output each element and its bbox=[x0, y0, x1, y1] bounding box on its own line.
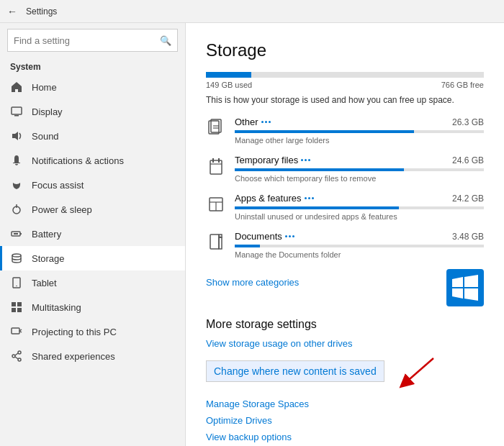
optimize-drives-link[interactable]: Optimize Drives bbox=[206, 415, 484, 426]
other-size: 26.3 GB bbox=[452, 117, 484, 127]
docs-desc: Manage the Documents folder bbox=[235, 250, 484, 259]
sidebar-item-shared[interactable]: Shared experiences bbox=[0, 344, 185, 368]
svg-rect-36 bbox=[219, 237, 222, 249]
multitasking-icon bbox=[10, 301, 23, 314]
search-input[interactable] bbox=[14, 35, 156, 46]
sidebar-item-storage[interactable]: Storage bbox=[0, 246, 185, 270]
change-content-link[interactable]: Change where new content is saved bbox=[206, 360, 384, 382]
sidebar-item-notifications[interactable]: Notifications & actions bbox=[0, 148, 185, 173]
title-bar: ← Settings bbox=[0, 0, 504, 23]
sidebar-item-focus[interactable]: Focus assist bbox=[0, 173, 185, 197]
sidebar-item-label: Display bbox=[32, 106, 63, 117]
sidebar-item-projecting[interactable]: Projecting to this PC bbox=[0, 319, 185, 344]
storage-icon bbox=[10, 252, 23, 265]
apps-desc: Uninstall unused or undesired apps & fea… bbox=[235, 212, 484, 221]
shared-icon bbox=[10, 350, 23, 363]
sidebar-item-label: Projecting to this PC bbox=[32, 327, 117, 337]
show-more-link[interactable]: Show more categories bbox=[206, 277, 299, 288]
page-title: Storage bbox=[206, 40, 484, 60]
storage-free-label: 766 GB free bbox=[441, 81, 484, 89]
sidebar-item-label: Home bbox=[32, 82, 57, 93]
svg-line-22 bbox=[15, 357, 18, 359]
svg-rect-0 bbox=[12, 107, 22, 114]
storage-item-docs[interactable]: Documents 3.48 GB Manage the Documents f… bbox=[206, 231, 484, 259]
sidebar-item-home[interactable]: Home bbox=[0, 75, 185, 99]
svg-line-21 bbox=[15, 353, 18, 355]
focus-icon bbox=[10, 178, 23, 191]
svg-rect-34 bbox=[210, 235, 219, 249]
storage-item-apps[interactable]: Apps & features 24.2 GB Uninstall unused… bbox=[206, 193, 484, 221]
tablet-icon bbox=[10, 276, 23, 289]
svg-point-20 bbox=[18, 358, 21, 361]
sidebar-item-label: Power & sleep bbox=[32, 204, 92, 215]
backup-link[interactable]: View backup options bbox=[206, 432, 484, 442]
svg-rect-1 bbox=[14, 115, 19, 117]
storage-item-apps-body: Apps & features 24.2 GB Uninstall unused… bbox=[235, 193, 484, 221]
sidebar-item-display[interactable]: Display bbox=[0, 99, 185, 124]
sidebar-item-label: Sound bbox=[32, 131, 59, 142]
temp-size: 24.6 GB bbox=[452, 155, 484, 165]
back-button[interactable]: ← bbox=[7, 6, 19, 17]
temp-icon bbox=[206, 156, 226, 176]
sidebar-item-label: Multitasking bbox=[32, 302, 81, 313]
apps-name: Apps & features bbox=[235, 193, 314, 204]
apps-size: 24.2 GB bbox=[452, 194, 484, 204]
docs-name: Documents bbox=[235, 231, 294, 242]
sidebar-item-label: Shared experiences bbox=[32, 351, 115, 362]
docs-size: 3.48 GB bbox=[452, 232, 484, 242]
sidebar: 🔍 System Home Display Sound bbox=[0, 23, 186, 446]
more-storage-title: More storage settings bbox=[206, 318, 484, 331]
projecting-icon bbox=[10, 325, 23, 338]
sidebar-item-power[interactable]: Power & sleep bbox=[0, 197, 185, 222]
svg-rect-12 bbox=[17, 302, 22, 306]
sidebar-item-label: Notifications & actions bbox=[32, 155, 124, 166]
temp-name: Temporary files bbox=[235, 155, 310, 165]
sidebar-item-tablet[interactable]: Tablet bbox=[0, 270, 185, 295]
search-box[interactable]: 🔍 bbox=[7, 29, 178, 52]
sidebar-item-label: Focus assist bbox=[32, 180, 84, 191]
storage-labels: 149 GB used 766 GB free bbox=[206, 81, 484, 89]
storage-bar-background bbox=[206, 72, 484, 78]
other-desc: Manage other large folders bbox=[235, 136, 484, 145]
svg-rect-13 bbox=[12, 308, 16, 312]
main-layout: 🔍 System Home Display Sound bbox=[0, 23, 504, 446]
storage-item-temp-body: Temporary files 24.6 GB Choose which tem… bbox=[235, 155, 484, 183]
manage-spaces-link[interactable]: Manage Storage Spaces bbox=[206, 399, 484, 409]
docs-icon bbox=[206, 232, 226, 252]
storage-bar-container: 149 GB used 766 GB free bbox=[206, 72, 484, 89]
storage-used-label: 149 GB used bbox=[206, 81, 252, 89]
display-icon bbox=[10, 105, 23, 118]
battery-icon bbox=[10, 227, 23, 240]
power-icon bbox=[10, 203, 23, 216]
svg-rect-11 bbox=[12, 302, 16, 306]
red-arrow-annotation bbox=[390, 355, 441, 393]
storage-bar-used bbox=[206, 72, 251, 78]
change-content-container: Change where new content is saved bbox=[206, 355, 484, 393]
sound-icon bbox=[10, 129, 23, 142]
svg-point-8 bbox=[12, 254, 21, 257]
storage-item-temp[interactable]: Temporary files 24.6 GB Choose which tem… bbox=[206, 155, 484, 183]
svg-rect-37 bbox=[446, 269, 484, 306]
title-bar-label: Settings bbox=[26, 6, 57, 17]
svg-point-18 bbox=[18, 351, 21, 354]
sidebar-item-battery[interactable]: Battery bbox=[0, 222, 185, 246]
view-other-drives-link[interactable]: View storage usage on other drives bbox=[206, 338, 484, 349]
home-icon bbox=[10, 81, 23, 94]
svg-point-19 bbox=[12, 355, 15, 358]
search-icon: 🔍 bbox=[160, 35, 171, 46]
svg-rect-7 bbox=[20, 233, 22, 235]
svg-rect-14 bbox=[17, 308, 22, 312]
other-name: Other bbox=[235, 117, 271, 127]
sidebar-item-sound[interactable]: Sound bbox=[0, 124, 185, 148]
temp-desc: Choose which temporary files to remove bbox=[235, 174, 484, 183]
notifications-icon bbox=[10, 154, 23, 167]
sidebar-item-label: Battery bbox=[32, 229, 61, 240]
sidebar-item-label: Storage bbox=[32, 253, 65, 264]
other-icon bbox=[206, 118, 226, 138]
svg-rect-15 bbox=[12, 328, 19, 334]
search-box-wrap: 🔍 bbox=[0, 23, 185, 58]
sidebar-item-multitasking[interactable]: Multitasking bbox=[0, 295, 185, 319]
storage-item-other[interactable]: Other 26.3 GB Manage other large folders bbox=[206, 117, 484, 145]
apps-icon bbox=[206, 194, 226, 214]
storage-item-other-body: Other 26.3 GB Manage other large folders bbox=[235, 117, 484, 145]
